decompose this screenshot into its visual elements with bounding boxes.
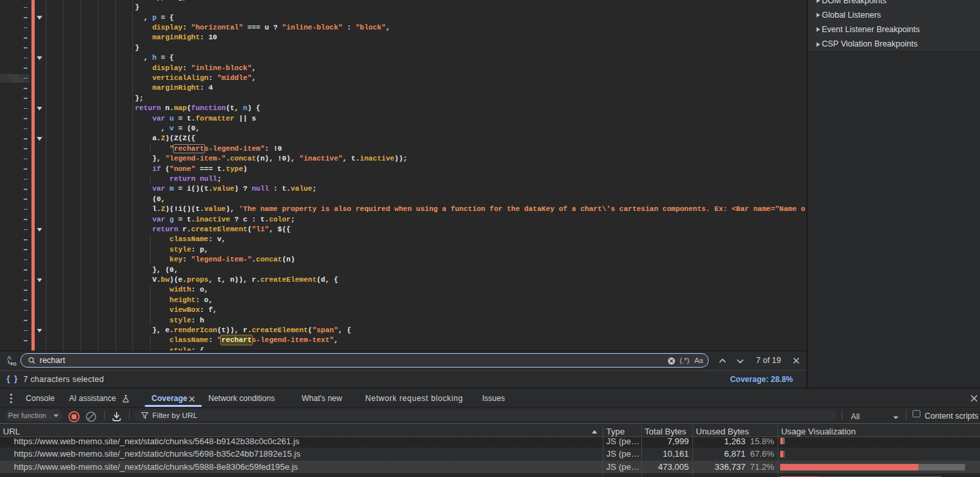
svg-text:B: B [13, 361, 16, 366]
svg-text:A: A [7, 354, 11, 361]
